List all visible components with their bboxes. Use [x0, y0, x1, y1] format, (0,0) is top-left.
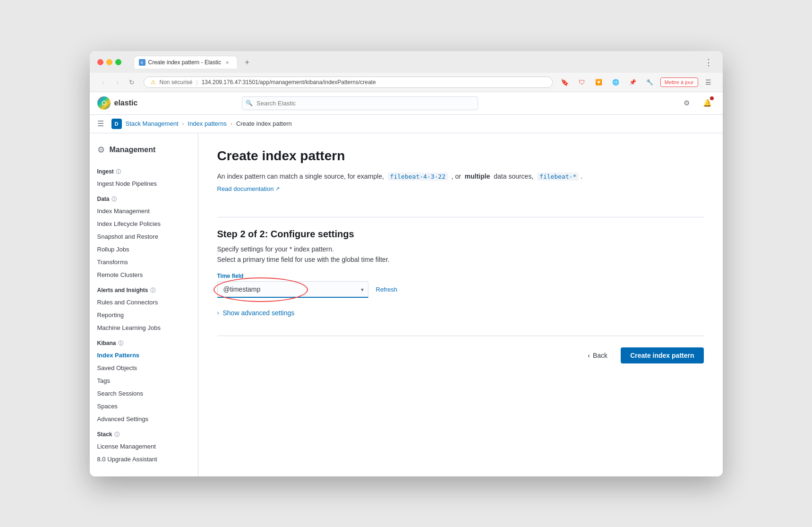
sidebar-item-saved-objects[interactable]: Saved Objects	[90, 362, 198, 374]
time-field-group: Time field @timestamp ▾	[217, 273, 368, 298]
back-nav-button[interactable]: ‹	[97, 76, 110, 88]
field-row: Time field @timestamp ▾ Refresh	[217, 273, 704, 298]
breadcrumb-sep-1: ›	[182, 121, 184, 127]
elastic-logo-icon: ⬡	[97, 96, 111, 110]
user-avatar: D	[111, 119, 122, 129]
data-info-icon[interactable]: ⓘ	[111, 196, 117, 203]
time-field-select-wrap: @timestamp ▾	[217, 281, 368, 298]
sidebar-item-search-sessions[interactable]: Search Sessions	[90, 387, 198, 400]
breadcrumb-index-patterns[interactable]: Index patterns	[188, 120, 227, 127]
create-index-pattern-button[interactable]: Create index pattern	[621, 347, 703, 363]
app-name: elastic	[114, 99, 138, 107]
sidebar-item-rules-connectors[interactable]: Rules and Connectors	[90, 296, 198, 309]
nav-actions: 🔖 🛡 🔽 🌐 📌 🔧 Mettre à jour ☰	[558, 76, 715, 89]
search-input[interactable]	[242, 96, 478, 110]
new-tab-button[interactable]: +	[241, 57, 253, 68]
sidebar-item-tags[interactable]: Tags	[90, 374, 198, 387]
sidebar-item-advanced-settings[interactable]: Advanced Settings	[90, 413, 198, 425]
ext3-icon[interactable]: 📌	[626, 76, 640, 89]
sidebar-item-spaces[interactable]: Spaces	[90, 400, 198, 413]
forward-nav-button[interactable]: ›	[111, 76, 124, 88]
page-title: Create index pattern	[217, 148, 704, 164]
section-divider	[217, 217, 704, 217]
read-docs-link[interactable]: Read documentation ↗	[217, 185, 280, 192]
stack-info-icon[interactable]: ⓘ	[114, 431, 120, 438]
back-button[interactable]: ‹ Back	[580, 348, 615, 363]
shield-icon[interactable]: 🛡	[575, 76, 589, 89]
example-code-1: filebeat-4-3-22	[388, 173, 448, 181]
elastic-logo[interactable]: ⬡ elastic	[97, 96, 138, 110]
notification-badge	[710, 96, 714, 100]
reload-button[interactable]: ↻	[126, 76, 138, 88]
security-warning-text: Non sécurisé	[160, 79, 193, 86]
breadcrumb-sep-2: ›	[231, 121, 232, 127]
sidebar-item-snapshot-restore[interactable]: Snapshot and Restore	[90, 230, 198, 243]
sidebar-section-kibana: Kibana ⓘ	[90, 334, 198, 349]
kibana-info-icon[interactable]: ⓘ	[118, 340, 123, 347]
sidebar-item-reporting[interactable]: Reporting	[90, 309, 198, 321]
app-body: ⚙ Management Ingest ⓘ Ingest Node Pipeli…	[90, 133, 723, 476]
sidebar: ⚙ Management Ingest ⓘ Ingest Node Pipeli…	[90, 133, 198, 476]
sidebar-item-index-lifecycle[interactable]: Index Lifecycle Policies	[90, 217, 198, 230]
sidebar-item-index-patterns[interactable]: Index Patterns	[90, 349, 198, 362]
actions-row: ‹ Back Create index pattern	[217, 336, 704, 363]
management-icon: ⚙	[97, 145, 105, 155]
sidebar-section-data: Data ⓘ	[90, 190, 198, 205]
bold-multiple: multiple	[465, 173, 490, 180]
sidebar-title: Management	[110, 146, 156, 154]
browser-tab[interactable]: e Create index pattern - Elastic ✕	[134, 56, 238, 69]
sidebar-item-index-management[interactable]: Index Management	[90, 205, 198, 217]
nav-arrows: ‹ › ↻	[97, 76, 138, 88]
sidebar-item-upgrade-assistant[interactable]: 8.0 Upgrade Assistant	[90, 453, 198, 466]
header-search-container: 🔍	[242, 96, 478, 110]
address-bar[interactable]: ⚠ Non sécurisé | 134.209.176.47:31501/ap…	[144, 77, 553, 88]
sidebar-section-ingest: Ingest ⓘ	[90, 163, 198, 177]
tab-close-button[interactable]: ✕	[224, 59, 231, 66]
ext2-icon[interactable]: 🌐	[609, 76, 623, 89]
sidebar-item-ml-jobs[interactable]: Machine Learning Jobs	[90, 321, 198, 334]
sidebar-header: ⚙ Management	[90, 141, 198, 163]
nav-bar: ‹ › ↻ ⚠ Non sécurisé | 134.209.176.47:31…	[90, 73, 723, 92]
tab-title: Create index pattern - Elastic	[148, 59, 222, 66]
breadcrumb-current: Create index pattern	[236, 120, 292, 127]
fullscreen-traffic-light[interactable]	[115, 59, 121, 65]
sidebar-item-ingest-node-pipelines[interactable]: Ingest Node Pipelines	[90, 177, 198, 190]
sidebar-section-alerts: Alerts and Insights ⓘ	[90, 281, 198, 296]
close-traffic-light[interactable]	[97, 59, 103, 65]
browser-settings-icon[interactable]: ☰	[702, 76, 715, 89]
sidebar-item-remote-clusters[interactable]: Remote Clusters	[90, 268, 198, 281]
hamburger-menu-icon[interactable]: ☰	[97, 119, 104, 128]
intro-text: An index pattern can match a single sour…	[217, 171, 704, 182]
tab-favicon: e	[139, 59, 145, 66]
ingest-info-icon[interactable]: ⓘ	[116, 168, 121, 175]
refresh-link[interactable]: Refresh	[376, 286, 398, 298]
step-subdesc: Select a primary time field for use with…	[217, 256, 704, 263]
back-chevron-icon: ‹	[588, 352, 590, 359]
traffic-lights	[97, 59, 121, 65]
example-code-2: filebeat-*	[537, 173, 579, 181]
app-header: ⬡ elastic 🔍 ⚙ 🔔	[90, 92, 723, 115]
sidebar-item-transforms[interactable]: Transforms	[90, 256, 198, 268]
notifications-icon[interactable]: 🔔	[700, 95, 715, 111]
external-link-icon: ↗	[275, 186, 280, 192]
url-text: 134.209.176.47:31501/app/management/kiba…	[202, 79, 376, 86]
bookmark-icon[interactable]: 🔖	[558, 76, 572, 89]
time-field-label: Time field	[217, 273, 368, 279]
minimize-traffic-light[interactable]	[106, 59, 112, 65]
update-button[interactable]: Mettre à jour	[660, 78, 698, 87]
advanced-settings-link[interactable]: Show advanced settings	[223, 309, 295, 317]
header-actions: ⚙ 🔔	[679, 95, 715, 111]
ext1-icon[interactable]: 🔽	[592, 76, 606, 89]
breadcrumb-stack-management[interactable]: Stack Management	[126, 120, 179, 127]
tab-bar: e Create index pattern - Elastic ✕ +	[134, 56, 697, 69]
sidebar-section-stack: Stack ⓘ	[90, 425, 198, 440]
settings-icon[interactable]: ⚙	[679, 95, 694, 111]
time-field-select[interactable]: @timestamp	[217, 281, 368, 298]
sidebar-item-rollup-jobs[interactable]: Rollup Jobs	[90, 243, 198, 256]
browser-menu-icon[interactable]: ⋮	[702, 56, 715, 69]
sidebar-item-license-management[interactable]: License Management	[90, 440, 198, 453]
ext4-icon[interactable]: 🔧	[643, 76, 657, 89]
breadcrumb: ☰ D Stack Management › Index patterns › …	[90, 115, 723, 133]
chevron-right-icon: ›	[217, 310, 219, 316]
alerts-info-icon[interactable]: ⓘ	[150, 287, 155, 294]
